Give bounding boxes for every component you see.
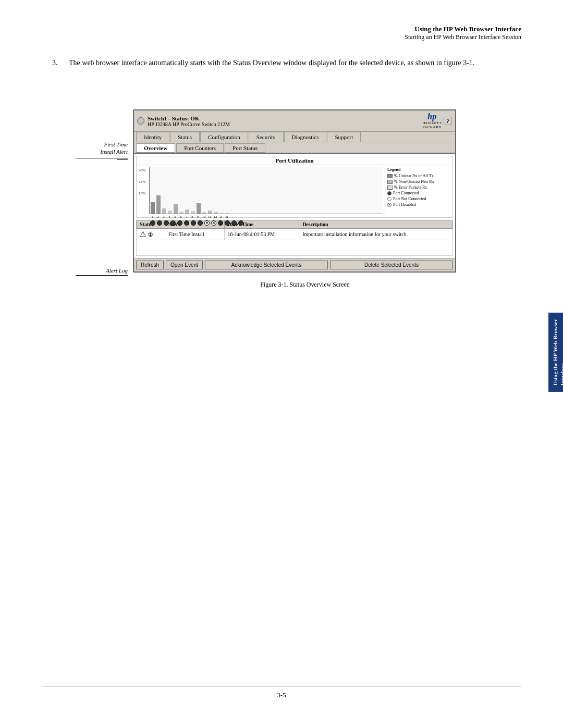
legend-dot-not-connected (387, 197, 391, 201)
port-icon-6 (184, 220, 189, 226)
y-label-40: 40% (139, 168, 149, 172)
port-util-title: Port Utilization (137, 156, 452, 165)
legend-title: Legend (387, 167, 450, 172)
bar-group-1 (151, 202, 155, 214)
legend-box-error (387, 186, 393, 190)
bar-group-3 (162, 208, 166, 214)
bar-group-12 (214, 212, 218, 214)
first-time-annotation: First Time Install Alert (76, 141, 128, 156)
bar-group-10 (202, 212, 206, 214)
cell-description: Important installation information for y… (299, 229, 453, 240)
help-button[interactable]: ? (444, 117, 452, 125)
title-bar-right: hp HEWLETT PACKARD ? (422, 113, 452, 129)
hp-brand: hp (422, 113, 442, 121)
title-bar: Switch1 - Status: OK HP J3298A HP ProCur… (134, 110, 455, 132)
port-icon-9: ✕ (204, 220, 210, 226)
alert-annotation-container: Alert Log (76, 262, 534, 276)
tab-identity[interactable]: Identity (136, 132, 169, 142)
legend-non-unicast: % Non-Unicast Pkts Rx (387, 179, 450, 184)
side-tab: Using the HP Web Browser Interface (548, 313, 563, 392)
tab-configuration[interactable]: Configuration (200, 132, 248, 142)
chart-bars (149, 167, 383, 214)
browser-window: Switch1 - Status: OK HP J3298A HP ProCur… (133, 109, 456, 273)
legend-box-non-unicast (387, 180, 393, 184)
table-row: ⚠ ① First Time Install 16-Jun-98 4:01:53… (137, 229, 453, 240)
switch-model: HP J3298A HP ProCurve Switch 212M (148, 121, 230, 127)
title-bar-left: Switch1 - Status: OK HP J3298A HP ProCur… (137, 115, 230, 127)
port-icon-8 (198, 220, 203, 226)
bar-group-4 (168, 211, 172, 214)
table-row-empty (137, 240, 453, 256)
subtab-overview[interactable]: Overview (136, 143, 175, 153)
sub-tabs: Overview Port Counters Port Status (134, 142, 455, 154)
port-util-section: Port Utilization 40% 25% 10% (136, 156, 453, 218)
hewlett-text: HEWLETT (422, 121, 442, 125)
legend-connected: Port Connected (387, 191, 450, 195)
bar-group-5 (174, 204, 178, 214)
port-icon-3 (164, 220, 169, 226)
y-label-10: 10% (139, 191, 149, 195)
tab-security[interactable]: Security (249, 132, 284, 142)
port-icon-7 (191, 220, 196, 226)
alert-log-annotation: Alert Log (76, 267, 128, 276)
port-icon-5 (177, 220, 182, 226)
subtab-port-status[interactable]: Port Status (225, 143, 265, 153)
bar-group-A (219, 213, 224, 214)
tab-diagnostics[interactable]: Diagnostics (284, 132, 327, 142)
y-axis: 40% 25% 10% (139, 167, 149, 214)
bar-group-6 (179, 212, 183, 214)
legend-box-unicast (387, 174, 393, 178)
cell-alert: First Time Install (165, 229, 225, 240)
port-icon-10: ✕ (211, 220, 216, 226)
chart-legend: Legend % Unicast Rx or All Tx % Non-Unic… (385, 165, 452, 217)
nav-tabs: Identity Status Configuration Security D… (134, 132, 455, 142)
port-icon-B (238, 220, 243, 226)
port-icon-12 (225, 220, 230, 226)
doc-header: Using the HP Web Browser Interface Start… (405, 25, 521, 41)
bar-group-B (225, 213, 229, 214)
header-title: Using the HP Web Browser Interface (405, 25, 521, 33)
tab-status[interactable]: Status (170, 132, 200, 142)
legend-not-connected: Port Not Connected (387, 196, 450, 201)
tab-support[interactable]: Support (327, 132, 361, 142)
legend-dot-connected (387, 191, 391, 195)
port-icons-row: ✕ ✕ (149, 219, 383, 227)
screenshot-area: First Time Install Alert Switch1 - Statu… (76, 109, 534, 289)
cell-datetime: 16-Jun-98 4:01:53 PM (224, 229, 299, 240)
bar-group-2 (156, 195, 161, 214)
port-util-chart: 40% 25% 10% (137, 165, 385, 217)
main-content: 3. The web browser interface automatical… (52, 57, 511, 68)
switch-status: Switch1 - Status: OK (148, 115, 230, 121)
port-icon-4 (170, 220, 176, 226)
port-util-body: 40% 25% 10% (137, 165, 452, 217)
legend-disabled: ✕ Port Disabled (387, 202, 450, 207)
status-circle (137, 117, 144, 125)
content-area: Port Utilization 40% 25% 10% (134, 154, 455, 258)
figure-caption: Figure 3-1. Status Overview Screen (76, 281, 534, 289)
step-paragraph: 3. The web browser interface automatical… (52, 57, 511, 68)
warning-icon: ⚠ (140, 230, 146, 238)
port-icon-2 (157, 220, 162, 226)
bar-group-7 (185, 209, 189, 214)
bar-group-11 (208, 211, 212, 214)
port-icon-A (231, 220, 237, 226)
packard-text: PACKARD (423, 125, 442, 129)
footer-line (42, 686, 521, 686)
subtab-port-counters[interactable]: Port Counters (176, 143, 224, 153)
port-icon-11 (218, 220, 223, 226)
step-number: 3. (52, 57, 63, 68)
bar-group-9 (197, 203, 201, 214)
alert-badge: ① (148, 232, 153, 238)
page-number: 3-5 (277, 691, 286, 699)
step-content: The web browser interface automatically … (69, 57, 474, 68)
legend-unicast: % Unicast Rx or All Tx (387, 174, 450, 178)
header-subtitle: Starting an HP Web Browser Interface Ses… (405, 33, 521, 41)
legend-error: % Error Packets Rx (387, 185, 450, 190)
y-label-25: 25% (139, 180, 149, 184)
legend-dot-disabled: ✕ (387, 203, 391, 207)
port-numbers-row: 1 2 3 4 5 6 7 8 9 10 11 (149, 214, 383, 219)
bar-group-8 (191, 211, 195, 214)
cell-status: ⚠ ① (137, 229, 165, 240)
port-icon-1 (150, 220, 155, 226)
